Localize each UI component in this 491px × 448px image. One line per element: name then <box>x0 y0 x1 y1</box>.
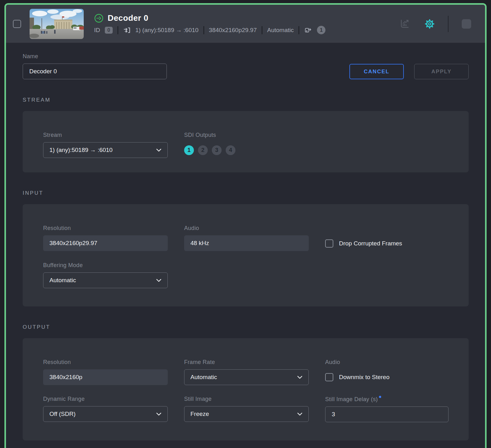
drop-corrupted-label: Drop Corrupted Frames <box>339 240 402 247</box>
decoder-header: Decoder 0 ID 0 1) (any):50189 → :6010 38… <box>6 5 485 43</box>
buffering-mode-select[interactable]: Automatic <box>43 272 168 288</box>
statistics-icon <box>399 18 410 30</box>
decoder-active-icon <box>94 14 104 23</box>
stream-label: Stream <box>43 132 168 138</box>
stream-select[interactable]: 1) (any):50189 → :6010 <box>43 142 168 158</box>
header-mode: Automatic <box>267 27 294 34</box>
buffering-mode-field: Buffering Mode Automatic <box>43 262 168 288</box>
input-resolution-label: Resolution <box>43 225 168 232</box>
chevron-down-icon <box>156 279 161 282</box>
stream-section-title: STREAM <box>23 97 469 103</box>
chevron-down-icon <box>156 412 161 416</box>
still-delay-input[interactable] <box>325 406 449 422</box>
drop-corrupted-row[interactable]: Drop Corrupted Frames <box>325 236 449 251</box>
settings-gear-icon <box>424 18 435 30</box>
stream-input-icon <box>123 26 131 34</box>
input-resolution-field: Resolution 3840x2160p29.97 <box>43 225 168 251</box>
output-resolution-value: 3840x2160p <box>43 369 168 385</box>
buffering-mode-label: Buffering Mode <box>43 262 168 269</box>
output-card: Resolution 3840x2160p Frame Rate Automat… <box>23 338 469 440</box>
input-card: Resolution 3840x2160p29.97 Audio 48 kHz … <box>23 204 469 306</box>
drop-corrupted-field: Drop Corrupted Frames <box>325 225 449 251</box>
stream-field: Stream 1) (any):50189 → :6010 <box>43 132 168 158</box>
still-image-label: Still Image <box>184 396 309 402</box>
header-actions <box>399 16 479 32</box>
sdi-output-3-button[interactable]: 3 <box>212 145 222 155</box>
video-preview-image <box>30 9 84 39</box>
input-section-title: INPUT <box>23 190 469 196</box>
divider <box>298 26 299 34</box>
decoder-title: Decoder 0 <box>108 13 148 23</box>
chevron-down-icon <box>156 148 161 152</box>
name-input[interactable] <box>23 64 167 79</box>
output-section-title: OUTPUT <box>23 324 469 330</box>
divider <box>448 16 449 32</box>
frame-rate-label: Frame Rate <box>184 359 309 366</box>
input-audio-field: Audio 48 kHz <box>184 225 309 251</box>
divider <box>117 26 118 34</box>
sdi-output-1-button[interactable]: 1 <box>184 145 194 155</box>
input-resolution-value: 3840x2160p29.97 <box>43 235 168 251</box>
dynamic-range-label: Dynamic Range <box>43 396 168 402</box>
divider <box>262 26 262 34</box>
frame-rate-value: Automatic <box>190 374 217 381</box>
sdi-outputs-label: SDI Outputs <box>184 132 309 138</box>
still-delay-field: Still Image Delay (s) <box>325 396 449 422</box>
output-resolution-label: Resolution <box>43 359 168 366</box>
sdi-output-2-button[interactable]: 2 <box>198 145 208 155</box>
still-image-select[interactable]: Freeze <box>184 406 309 422</box>
settings-button[interactable] <box>424 18 435 30</box>
buffering-mode-value: Automatic <box>49 277 76 284</box>
output-count-badge: 1 <box>317 26 325 34</box>
dynamic-range-value: Off (SDR) <box>49 411 76 417</box>
name-label: Name <box>23 53 167 60</box>
statistics-button[interactable] <box>399 18 410 30</box>
apply-button[interactable]: APPLY <box>414 64 469 79</box>
still-delay-label: Still Image Delay (s) <box>325 396 449 403</box>
drop-corrupted-checkbox[interactable] <box>325 239 333 248</box>
divider <box>203 26 204 34</box>
output-audio-field: Audio Downmix to Stereo <box>325 359 449 385</box>
frame-rate-field: Frame Rate Automatic <box>184 359 309 385</box>
id-badge: 0 <box>105 27 113 34</box>
sdi-outputs-field: SDI Outputs 1 2 3 4 <box>184 132 309 158</box>
decoder-meta: Decoder 0 ID 0 1) (any):50189 → :6010 38… <box>94 13 325 34</box>
downmix-row[interactable]: Downmix to Stereo <box>325 369 449 385</box>
dynamic-range-field: Dynamic Range Off (SDR) <box>43 396 168 422</box>
still-image-value: Freeze <box>190 411 209 417</box>
sdi-output-4-button[interactable]: 4 <box>226 145 235 155</box>
video-preview-thumbnail[interactable] <box>30 9 84 39</box>
output-resolution-field: Resolution 3840x2160p <box>43 359 168 385</box>
decoder-panel: Decoder 0 ID 0 1) (any):50189 → :6010 38… <box>4 3 487 448</box>
stream-card: Stream 1) (any):50189 → :6010 SDI Output… <box>23 111 469 172</box>
header-resolution: 3840x2160p29.97 <box>209 27 257 34</box>
frame-rate-select[interactable]: Automatic <box>184 369 309 385</box>
chevron-down-icon <box>297 412 302 416</box>
stop-square-button[interactable] <box>462 19 471 29</box>
input-audio-value: 48 kHz <box>184 235 309 251</box>
decoder-settings-body: Name CANCEL APPLY STREAM Stream 1) (any)… <box>6 53 485 448</box>
decoder-select-checkbox[interactable] <box>13 20 21 28</box>
output-audio-label: Audio <box>325 359 449 366</box>
downmix-checkbox[interactable] <box>325 373 333 381</box>
still-delay-label-text: Still Image Delay (s) <box>325 396 378 402</box>
id-label: ID <box>94 27 100 34</box>
input-audio-label: Audio <box>184 225 309 232</box>
stream-select-value: 1) (any):50189 → :6010 <box>49 147 113 154</box>
sdi-output-icon <box>304 26 312 34</box>
still-image-field: Still Image Freeze <box>184 396 309 422</box>
chevron-down-icon <box>297 376 302 379</box>
downmix-label: Downmix to Stereo <box>339 374 390 381</box>
header-stream-info: 1) (any):50189 → :6010 <box>135 27 199 34</box>
cancel-button[interactable]: CANCEL <box>349 64 404 79</box>
dynamic-range-select[interactable]: Off (SDR) <box>43 406 168 422</box>
sdi-outputs-group: 1 2 3 4 <box>184 142 309 158</box>
modified-indicator-dot <box>379 396 381 398</box>
